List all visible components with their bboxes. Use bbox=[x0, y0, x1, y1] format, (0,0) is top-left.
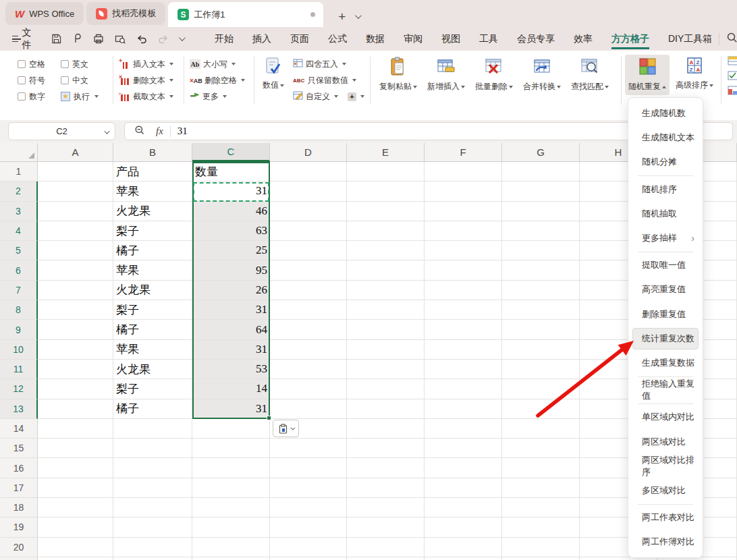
cell-B16[interactable] bbox=[113, 458, 192, 478]
cell-A21[interactable] bbox=[38, 557, 113, 560]
cell-G7[interactable] bbox=[502, 281, 580, 300]
cell-B13[interactable]: 橘子 bbox=[113, 399, 192, 419]
cell-E4[interactable] bbox=[347, 221, 425, 241]
cell-F3[interactable] bbox=[425, 202, 502, 221]
paste-options-button[interactable] bbox=[273, 420, 299, 437]
cell-C2[interactable]: 31 bbox=[192, 181, 270, 201]
cell-B12[interactable]: 梨子 bbox=[113, 379, 192, 399]
cell-C6[interactable]: 95 bbox=[192, 260, 270, 280]
cell-A7[interactable] bbox=[38, 281, 113, 300]
cell-C15[interactable] bbox=[192, 439, 270, 458]
cell-C4[interactable]: 63 bbox=[192, 221, 270, 241]
cell-F18[interactable] bbox=[425, 498, 502, 517]
cell-B17[interactable] bbox=[113, 478, 192, 498]
cell-C19[interactable] bbox=[192, 517, 270, 537]
row-header-5[interactable]: 5 bbox=[0, 241, 38, 260]
menu-item-两区域对比排序[interactable]: 两区域对比排序 bbox=[628, 454, 703, 478]
checkbox-chinese[interactable]: 中文 bbox=[61, 75, 113, 86]
cell-B10[interactable]: 苹果 bbox=[113, 340, 192, 360]
menu-item-两工作簿对比[interactable]: 两工作簿对比 bbox=[628, 530, 703, 554]
cell-A14[interactable] bbox=[38, 419, 113, 439]
cell-G9[interactable] bbox=[502, 320, 580, 339]
menu-item-随机抽取[interactable]: 随机抽取 bbox=[628, 202, 703, 226]
menu-tab-方方格子[interactable]: 方方格子 bbox=[611, 29, 649, 49]
rounding-button[interactable]: 四舍五入 bbox=[293, 56, 364, 72]
cell-B2[interactable]: 苹果 bbox=[113, 181, 192, 201]
column-header-A[interactable]: A bbox=[38, 143, 113, 162]
cell-F8[interactable] bbox=[425, 300, 502, 320]
row-header-6[interactable]: 6 bbox=[0, 260, 38, 280]
menu-tab-开始[interactable]: 开始 bbox=[215, 29, 234, 49]
menu-tab-公式[interactable]: 公式 bbox=[328, 29, 347, 49]
cell-B14[interactable] bbox=[113, 419, 192, 439]
name-box-chevron-icon[interactable] bbox=[104, 128, 109, 134]
cell-E19[interactable] bbox=[347, 517, 425, 537]
batch-delete-button[interactable]: 批量删除 bbox=[471, 56, 517, 92]
cell-F19[interactable] bbox=[425, 517, 502, 537]
menu-item-随机分摊[interactable]: 随机分摊 bbox=[628, 150, 703, 174]
menu-item-多区域对比[interactable]: 多区域对比 bbox=[628, 478, 703, 503]
row-header-1[interactable]: 1 bbox=[0, 162, 38, 181]
tab-list-chevron-icon[interactable] bbox=[355, 12, 362, 19]
cell-E21[interactable] bbox=[347, 557, 425, 560]
cell-A1[interactable] bbox=[38, 162, 113, 181]
cell-D6[interactable] bbox=[270, 260, 347, 280]
menu-tab-会员专享[interactable]: 会员专享 bbox=[517, 29, 555, 49]
cell-B19[interactable] bbox=[113, 517, 192, 537]
row-header-12[interactable]: 12 bbox=[0, 379, 38, 399]
file-menu-button[interactable]: 文件 bbox=[12, 27, 34, 51]
cell-A15[interactable] bbox=[38, 439, 113, 458]
undo-button[interactable] bbox=[136, 34, 148, 45]
cell-C1[interactable]: 数量 bbox=[192, 162, 270, 181]
cell-C12[interactable]: 14 bbox=[192, 379, 270, 399]
tab-wps-office[interactable]: W WPS Office bbox=[5, 2, 84, 25]
fx-icon[interactable]: fx bbox=[156, 125, 163, 137]
cell-G14[interactable] bbox=[502, 419, 580, 439]
menu-item-统计重复次数[interactable]: 统计重复次数 bbox=[628, 327, 703, 351]
custom-button[interactable]: 自定义 + bbox=[293, 88, 364, 105]
cell-A9[interactable] bbox=[38, 320, 113, 339]
cell-F7[interactable] bbox=[425, 281, 502, 300]
cell-G16[interactable] bbox=[502, 458, 580, 478]
checkbox-symbol[interactable]: 符号 bbox=[18, 75, 61, 86]
cell-E3[interactable] bbox=[347, 202, 425, 221]
letter-case-button[interactable]: Ab大小写 bbox=[190, 56, 245, 72]
cell-D17[interactable] bbox=[270, 478, 347, 498]
cell-D11[interactable] bbox=[270, 360, 347, 379]
row-header-8[interactable]: 8 bbox=[0, 300, 38, 320]
menu-item-拒绝输入重复值[interactable]: 拒绝输入重复值 bbox=[628, 378, 703, 402]
menu-tab-页面[interactable]: 页面 bbox=[290, 29, 309, 49]
cell-D19[interactable] bbox=[270, 517, 347, 537]
row-header-2[interactable]: 2 bbox=[0, 181, 38, 201]
insert-new-button[interactable]: 新增插入 bbox=[423, 56, 469, 92]
cell-F1[interactable] bbox=[425, 162, 502, 181]
cell-F6[interactable] bbox=[425, 260, 502, 280]
cell-D13[interactable] bbox=[270, 399, 347, 419]
cell-B15[interactable] bbox=[113, 439, 192, 458]
cell-D3[interactable] bbox=[270, 202, 347, 221]
column-header-B[interactable]: B bbox=[113, 143, 192, 162]
cell-A13[interactable] bbox=[38, 399, 113, 419]
copy-paste-button[interactable]: 复制粘贴 bbox=[375, 56, 421, 92]
row-header-21[interactable]: 21 bbox=[0, 557, 38, 560]
cell-F21[interactable] bbox=[425, 557, 502, 560]
cell-E10[interactable] bbox=[347, 340, 425, 360]
cell-A18[interactable] bbox=[38, 498, 113, 517]
select-all-corner[interactable] bbox=[0, 143, 38, 162]
cell-F14[interactable] bbox=[425, 419, 502, 439]
cell-D8[interactable] bbox=[270, 300, 347, 320]
print-button[interactable] bbox=[92, 33, 105, 45]
column-header-E[interactable]: E bbox=[347, 143, 425, 162]
cell-G19[interactable] bbox=[502, 517, 580, 537]
cell-G21[interactable] bbox=[502, 557, 580, 560]
cell-D2[interactable] bbox=[270, 181, 347, 201]
cell-C10[interactable]: 31 bbox=[192, 340, 270, 360]
cell-G3[interactable] bbox=[502, 202, 580, 221]
cell-C3[interactable]: 46 bbox=[192, 202, 270, 221]
cell-E18[interactable] bbox=[347, 498, 425, 517]
menu-item-单区域内对比[interactable]: 单区域内对比 bbox=[628, 405, 703, 429]
cell-E9[interactable] bbox=[347, 320, 425, 339]
add-custom-button[interactable]: + bbox=[348, 92, 356, 101]
menu-item-高亮重复值[interactable]: 高亮重复值 bbox=[628, 277, 703, 302]
cell-D10[interactable] bbox=[270, 340, 347, 360]
